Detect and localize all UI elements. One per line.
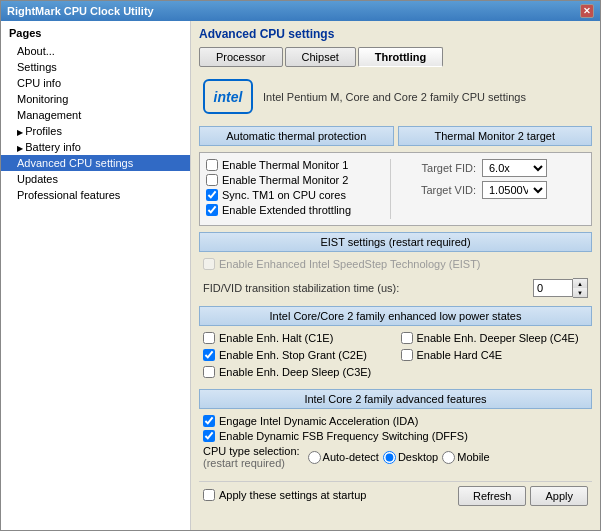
- action-buttons: Refresh Apply: [458, 486, 588, 506]
- target-vid-select-box: 1.0500V: [482, 181, 547, 199]
- radio-desktop-label: Desktop: [383, 451, 438, 464]
- advanced-features: Intel Core 2 family advanced features En…: [199, 389, 592, 475]
- deeper-sleep-row: Enable Enh. Deeper Sleep (C4E): [401, 332, 589, 344]
- intel-logo-text: intel: [214, 89, 243, 105]
- eist-label: Enable Enhanced Intel SpeedStep Technolo…: [219, 258, 481, 270]
- ida-checkbox[interactable]: [203, 415, 215, 427]
- fid-label: FID/VID transition stabilization time (u…: [203, 282, 533, 294]
- sidebar-item-battery[interactable]: Battery info: [1, 139, 190, 155]
- tab-bar: Processor Chipset Throttling: [199, 47, 592, 67]
- deep-sleep-row: Enable Enh. Deep Sleep (C3E): [203, 366, 391, 378]
- startup-checkbox[interactable]: [203, 489, 215, 501]
- tab-chipset[interactable]: Chipset: [285, 47, 356, 67]
- adv-header: Intel Core 2 family advanced features: [199, 389, 592, 409]
- low-power-header: Intel Core/Core 2 family enhanced low po…: [199, 306, 592, 326]
- close-button[interactable]: ✕: [580, 4, 594, 18]
- fid-row: FID/VID transition stabilization time (u…: [199, 276, 592, 300]
- startup-row: Apply these settings at startup: [203, 489, 366, 501]
- deeper-sleep-checkbox[interactable]: [401, 332, 413, 344]
- sidebar-item-updates[interactable]: Updates: [1, 171, 190, 187]
- halt-checkbox[interactable]: [203, 332, 215, 344]
- section-headers: Automatic thermal protection Thermal Mon…: [199, 126, 592, 146]
- eist-row: Enable Enhanced Intel SpeedStep Technolo…: [199, 256, 592, 272]
- halt-label: Enable Enh. Halt (C1E): [219, 332, 333, 344]
- radio-desktop[interactable]: [383, 451, 396, 464]
- tm2-row: Enable Thermal Monitor 2: [206, 174, 390, 186]
- intel-description: Intel Pentium M, Core and Core 2 family …: [263, 91, 526, 103]
- radio-auto[interactable]: [308, 451, 321, 464]
- thermal-columns: Enable Thermal Monitor 1 Enable Thermal …: [206, 159, 585, 219]
- fid-spinbox-up[interactable]: ▲: [573, 279, 587, 288]
- panel-title: Advanced CPU settings: [199, 27, 592, 41]
- radio-auto-text: Auto-detect: [323, 451, 379, 463]
- ida-row: Engage Intel Dynamic Acceleration (IDA): [203, 415, 588, 427]
- sidebar-item-settings[interactable]: Settings: [1, 59, 190, 75]
- titlebar: RightMark CPU Clock Utility ✕: [1, 1, 600, 21]
- extended-row: Enable Extended throttling: [206, 204, 390, 216]
- hard-c4e-row: Enable Hard C4E: [401, 349, 589, 361]
- radio-mobile[interactable]: [442, 451, 455, 464]
- fid-spinbox: ▲ ▼: [533, 278, 588, 298]
- fid-spinbox-down[interactable]: ▼: [573, 288, 587, 297]
- radio-auto-label: Auto-detect: [308, 451, 379, 464]
- sidebar-item-advanced[interactable]: Advanced CPU settings: [1, 155, 190, 171]
- tm1-checkbox[interactable]: [206, 159, 218, 171]
- sync-checkbox[interactable]: [206, 189, 218, 201]
- bottom-bar: Apply these settings at startup Refresh …: [199, 481, 592, 510]
- startup-label: Apply these settings at startup: [219, 489, 366, 501]
- thermal-right: Target FID: 6.0x Target VID:: [390, 159, 585, 219]
- radio-mobile-text: Mobile: [457, 451, 489, 463]
- fid-spinbox-btns: ▲ ▼: [573, 278, 588, 298]
- deep-sleep-label: Enable Enh. Deep Sleep (C3E): [219, 366, 371, 378]
- low-power-checkboxes: Enable Enh. Halt (C1E) Enable Enh. Deepe…: [199, 330, 592, 383]
- window-title: RightMark CPU Clock Utility: [7, 5, 154, 17]
- thermal-target-header: Thermal Monitor 2 target: [398, 126, 593, 146]
- halt-row: Enable Enh. Halt (C1E): [203, 332, 391, 344]
- sync-label: Sync. TM1 on CPU cores: [222, 189, 346, 201]
- stop-grant-checkbox[interactable]: [203, 349, 215, 361]
- main-content: Pages About... Settings CPU info Monitor…: [1, 21, 600, 530]
- radio-group: Auto-detect Desktop Mobile: [308, 451, 490, 464]
- tab-processor[interactable]: Processor: [199, 47, 283, 67]
- thermal-area: Enable Thermal Monitor 1 Enable Thermal …: [199, 152, 592, 226]
- radio-desktop-text: Desktop: [398, 451, 438, 463]
- adv-content: Engage Intel Dynamic Acceleration (IDA) …: [199, 413, 592, 475]
- tm2-checkbox[interactable]: [206, 174, 218, 186]
- eist-checkbox[interactable]: [203, 258, 215, 270]
- target-vid-label: Target VID:: [401, 184, 476, 196]
- tab-throttling[interactable]: Throttling: [358, 47, 443, 67]
- dffs-row: Enable Dynamic FSB Frequency Switching (…: [203, 430, 588, 442]
- target-fid-row: Target FID: 6.0x: [401, 159, 585, 177]
- intel-logo: intel: [203, 79, 253, 114]
- apply-button[interactable]: Apply: [530, 486, 588, 506]
- hard-c4e-checkbox[interactable]: [401, 349, 413, 361]
- sidebar-item-profiles[interactable]: Profiles: [1, 123, 190, 139]
- sidebar-item-cpuinfo[interactable]: CPU info: [1, 75, 190, 91]
- radio-mobile-label: Mobile: [442, 451, 489, 464]
- sidebar-item-about[interactable]: About...: [1, 43, 190, 59]
- tm1-row: Enable Thermal Monitor 1: [206, 159, 390, 171]
- extended-checkbox[interactable]: [206, 204, 218, 216]
- right-panel: Advanced CPU settings Processor Chipset …: [191, 21, 600, 530]
- thermal-protection-header: Automatic thermal protection: [199, 126, 394, 146]
- target-fid-select[interactable]: 6.0x: [482, 159, 547, 177]
- sidebar-item-management[interactable]: Management: [1, 107, 190, 123]
- fid-input[interactable]: [533, 279, 573, 297]
- intel-header: intel Intel Pentium M, Core and Core 2 f…: [199, 75, 592, 118]
- deep-sleep-checkbox[interactable]: [203, 366, 215, 378]
- refresh-button[interactable]: Refresh: [458, 486, 527, 506]
- stop-grant-row: Enable Enh. Stop Grant (C2E): [203, 349, 391, 361]
- dffs-checkbox[interactable]: [203, 430, 215, 442]
- tm1-label: Enable Thermal Monitor 1: [222, 159, 348, 171]
- target-vid-row: Target VID: 1.0500V: [401, 181, 585, 199]
- deeper-sleep-label: Enable Enh. Deeper Sleep (C4E): [417, 332, 579, 344]
- cpu-type-label: CPU type selection: (restart required): [203, 445, 300, 469]
- tm2-label: Enable Thermal Monitor 2: [222, 174, 348, 186]
- target-vid-select[interactable]: 1.0500V: [482, 181, 547, 199]
- sync-row: Sync. TM1 on CPU cores: [206, 189, 390, 201]
- low-power-section: Intel Core/Core 2 family enhanced low po…: [199, 306, 592, 383]
- sidebar-item-monitoring[interactable]: Monitoring: [1, 91, 190, 107]
- thermal-left: Enable Thermal Monitor 1 Enable Thermal …: [206, 159, 390, 219]
- hard-c4e-label: Enable Hard C4E: [417, 349, 503, 361]
- sidebar-item-professional[interactable]: Professional features: [1, 187, 190, 203]
